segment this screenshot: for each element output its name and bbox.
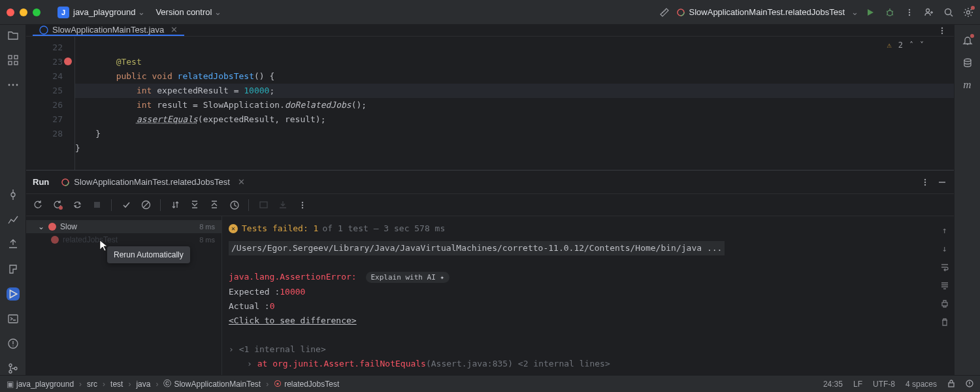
notifications-icon[interactable] <box>962 35 973 46</box>
structure-tool-icon[interactable] <box>7 54 20 67</box>
scroll-to-end-icon[interactable] <box>939 280 950 291</box>
breakpoint-line[interactable]: 23 <box>26 55 63 69</box>
debug-button[interactable] <box>885 7 895 18</box>
problems-tool-icon[interactable] <box>7 337 20 350</box>
show-ignored-icon[interactable] <box>140 200 151 210</box>
svg-rect-12 <box>14 61 18 65</box>
svg-point-22 <box>40 26 48 34</box>
search-icon[interactable] <box>943 7 954 18</box>
right-tool-rail: m <box>954 25 980 375</box>
stack-trace-line[interactable]: at org.junit.Assert.failNotEquals <box>257 359 426 368</box>
code-editor[interactable]: 22 23 24 25 26 27 28 @Test public void r… <box>26 37 954 170</box>
vcs-menu[interactable]: Version control ⌄ <box>150 5 227 20</box>
settings-icon[interactable] <box>963 7 973 18</box>
next-highlight-icon[interactable]: ˅ <box>920 41 924 50</box>
svg-point-14 <box>12 84 14 86</box>
services-tool-icon[interactable] <box>7 263 20 276</box>
svg-point-3 <box>909 8 910 10</box>
stop-icon[interactable] <box>91 200 102 210</box>
expand-all-icon[interactable] <box>189 200 200 210</box>
history-icon[interactable] <box>229 200 239 210</box>
minimize-window[interactable] <box>20 8 27 16</box>
clear-icon[interactable] <box>939 317 950 327</box>
code-area[interactable]: @Test public void relatedJobsTest() { in… <box>74 37 954 170</box>
commit-tool-icon[interactable] <box>7 188 20 201</box>
scroll-down-icon[interactable]: ↓ <box>939 244 950 254</box>
profiler-tool-icon[interactable] <box>7 213 20 226</box>
database-icon[interactable] <box>962 57 973 68</box>
code-with-me-icon[interactable] <box>924 7 934 18</box>
run-config-selector[interactable]: SlowApplicationMainTest.relatedJobsTest … <box>670 5 865 19</box>
svg-point-37 <box>302 204 303 205</box>
svg-point-7 <box>945 8 951 14</box>
fail-icon <box>51 236 59 244</box>
fail-icon <box>48 223 56 231</box>
ide-status-icon[interactable] <box>966 380 973 389</box>
caret-position[interactable]: 24:35 <box>823 380 843 389</box>
test-tree-item[interactable]: relatedJobsTest 8 ms <box>26 233 221 246</box>
close-run-tab-icon[interactable]: ✕ <box>238 177 245 187</box>
svg-point-19 <box>9 364 12 367</box>
collapse-all-icon[interactable] <box>209 200 220 210</box>
project-tool-icon[interactable] <box>7 29 20 42</box>
java-command: /Users/Egor.Sergeev/Library/Java/JavaVir… <box>229 241 725 255</box>
see-difference-link[interactable]: <Click to see difference> <box>229 316 357 325</box>
tab-options-icon[interactable] <box>937 25 947 36</box>
readonly-icon[interactable] <box>947 380 955 389</box>
error-badge-icon: ✕ <box>229 224 238 233</box>
scroll-up-icon[interactable]: ↑ <box>939 225 950 236</box>
run-tab[interactable]: SlowApplicationMainTest.relatedJobsTest … <box>56 174 250 189</box>
terminal-tool-icon[interactable] <box>7 312 20 325</box>
show-passed-icon[interactable] <box>121 200 131 210</box>
chevron-down-icon: ⌄ <box>851 7 858 17</box>
tests-summary: of 1 test – 3 sec 578 ms <box>322 221 445 236</box>
build-tool-icon[interactable] <box>7 238 20 251</box>
file-encoding[interactable]: UTF-8 <box>873 380 895 389</box>
minimize-panel-icon[interactable] <box>937 177 947 188</box>
prev-highlight-icon[interactable]: ˄ <box>909 41 913 50</box>
soft-wrap-icon[interactable] <box>939 262 950 272</box>
print-icon[interactable] <box>939 299 950 309</box>
svg-rect-39 <box>942 302 947 306</box>
status-bar: ▣ java_playground› src› test› java› ⓒ Sl… <box>0 375 980 392</box>
breadcrumb[interactable]: ▣ java_playground› src› test› java› ⓒ Sl… <box>7 378 339 389</box>
test-tree[interactable]: Rerun Automatically ⌄Slow 8 ms relatedJo… <box>26 216 222 375</box>
run-config-name: SlowApplicationMainTest.relatedJobsTest <box>689 7 845 17</box>
line-separator[interactable]: LF <box>853 380 862 389</box>
import-icon[interactable] <box>258 200 269 210</box>
rerun-failed-icon[interactable] <box>52 200 63 210</box>
ruler-icon[interactable] <box>659 7 670 18</box>
inspection-widget[interactable]: ⚠2 ˄ ˅ <box>887 41 924 50</box>
run-tool-icon[interactable] <box>7 287 20 301</box>
indent-setting[interactable]: 4 spaces <box>906 380 937 389</box>
close-window[interactable] <box>7 8 14 16</box>
more-tools-icon[interactable] <box>7 78 20 91</box>
console-side-toolbar: ↑ ↓ <box>939 225 950 327</box>
more-run-icon[interactable] <box>297 200 308 210</box>
zoom-window[interactable] <box>33 8 41 16</box>
project-selector[interactable]: J java_playground ⌄ <box>52 4 150 21</box>
toggle-auto-rerun-icon[interactable] <box>72 200 82 210</box>
svg-rect-41 <box>949 383 954 387</box>
more-menu[interactable] <box>904 7 915 18</box>
run-button[interactable] <box>865 7 875 18</box>
export-icon[interactable] <box>278 200 288 210</box>
maven-icon[interactable]: m <box>962 80 973 90</box>
rerun-icon[interactable] <box>33 200 43 210</box>
close-tab-icon[interactable]: ✕ <box>171 25 178 35</box>
svg-rect-32 <box>94 202 100 208</box>
editor-tab[interactable]: SlowApplicationMainTest.java ✕ <box>33 25 184 36</box>
svg-point-25 <box>941 32 943 33</box>
run-options-icon[interactable] <box>920 177 930 188</box>
test-console[interactable]: ✕ Tests failed: 1 of 1 test – 3 sec 578 … <box>222 216 954 375</box>
explain-with-ai-button[interactable]: Explain with AI ✦ <box>366 272 450 283</box>
editor-tabs: SlowApplicationMainTest.java ✕ <box>26 25 954 37</box>
internal-lines[interactable]: <1 internal line> <box>239 344 326 354</box>
chevron-down-icon: ⌄ <box>38 222 44 231</box>
vcs-tool-icon[interactable] <box>7 362 20 375</box>
left-tool-rail <box>0 25 26 375</box>
sort-icon[interactable] <box>170 200 180 210</box>
test-tree-root[interactable]: ⌄Slow 8 ms <box>26 220 221 233</box>
svg-point-2 <box>887 10 892 16</box>
svg-rect-9 <box>8 56 12 59</box>
